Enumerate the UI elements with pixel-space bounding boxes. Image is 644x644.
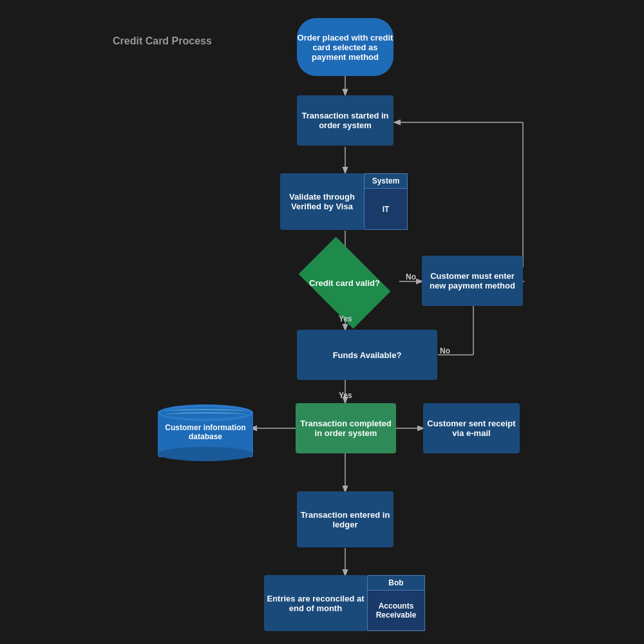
- no2-label: No: [440, 346, 450, 355]
- start-node: Order placed with credit card selected a…: [297, 18, 393, 76]
- credit-valid-diamond: Credit card valid?: [306, 256, 383, 309]
- transaction-complete-node: Transaction completed in order system: [296, 403, 396, 453]
- diagram-title: Credit Card Process: [113, 35, 212, 47]
- reconcile-node: Entries are reconciled at end of month: [264, 575, 367, 631]
- receipt-node: Customer sent receipt via e-mail: [423, 403, 520, 453]
- funds-available-node: Funds Available?: [297, 330, 437, 380]
- customer-db-node: Customer information database: [158, 399, 253, 457]
- reconcile-swimlane: Bob Accounts Receivable: [367, 575, 425, 631]
- swimlane-reconcile-top: Bob: [368, 576, 424, 591]
- ledger-node: Transaction entered in ledger: [297, 491, 393, 547]
- swimlane-validate-bottom: IT: [365, 189, 407, 229]
- validate-node: Validate through Verified by Visa: [280, 173, 364, 230]
- transaction-start-node: Transaction started in order system: [297, 95, 393, 146]
- yes2-label: Yes: [339, 391, 352, 400]
- no1-label: No: [406, 272, 416, 281]
- swimlane-validate-top: System: [365, 174, 407, 189]
- swimlane-reconcile-bottom: Accounts Receivable: [368, 591, 424, 630]
- new-payment-node: Customer must enter new payment method: [422, 256, 523, 306]
- validate-swimlane: System IT: [364, 173, 408, 230]
- yes1-label: Yes: [339, 314, 352, 323]
